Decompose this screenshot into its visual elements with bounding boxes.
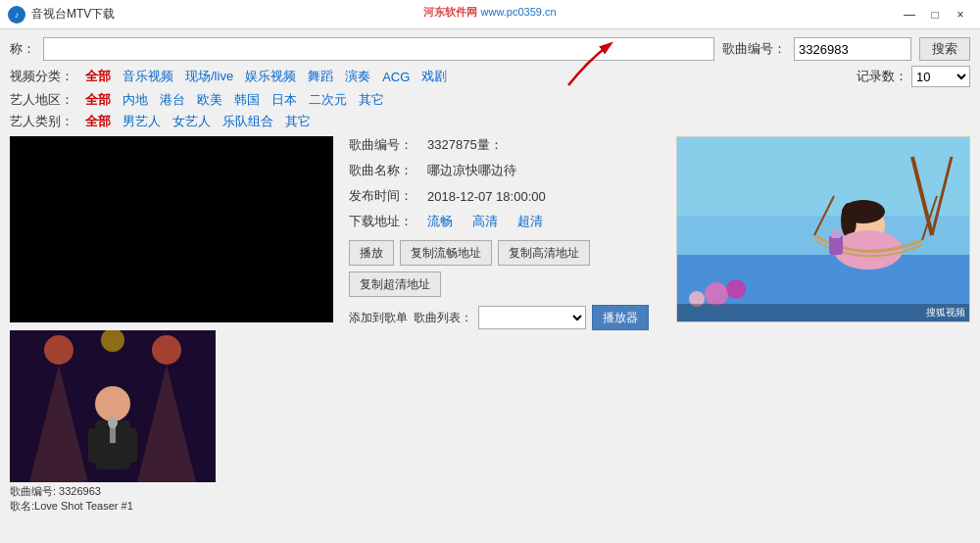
filter-dance[interactable]: 舞蹈 bbox=[304, 68, 337, 85]
filter-korean[interactable]: 韩国 bbox=[230, 91, 264, 109]
publish-value: 2018-12-07 18:00:00 bbox=[427, 189, 546, 204]
search-button[interactable]: 搜索 bbox=[919, 37, 970, 61]
filter-artist-all[interactable]: 全部 bbox=[81, 113, 115, 130]
svg-point-2 bbox=[152, 335, 181, 365]
thumbnail-song-id: 歌曲编号: 3326963 bbox=[10, 484, 216, 499]
search-row: 称： 歌曲编号： 搜索 bbox=[10, 37, 970, 61]
song-name-row: 歌曲名称： 哪边凉快哪边待 bbox=[349, 162, 661, 179]
song-name-value: 哪边凉快哪边待 bbox=[427, 162, 516, 179]
info-panel: 歌曲编号： 3327875量： 歌曲名称： 哪边凉快哪边待 发布时间： 2018… bbox=[341, 136, 668, 515]
thumbnail-song-name: 歌名:Love Shot Teaser #1 bbox=[10, 499, 216, 514]
records-count-area: 记录数： 10 20 50 bbox=[857, 66, 970, 87]
song-id-input[interactable] bbox=[794, 37, 911, 61]
left-panel: 歌曲编号: 3326963 歌名:Love Shot Teaser #1 bbox=[10, 136, 333, 515]
filter-male[interactable]: 男艺人 bbox=[119, 113, 165, 130]
filter-music-video[interactable]: 音乐视频 bbox=[119, 68, 177, 85]
svg-point-25 bbox=[705, 282, 728, 306]
copy-uhd-button[interactable]: 复制超清地址 bbox=[349, 272, 441, 297]
download-key: 下载地址： bbox=[349, 213, 427, 230]
download-uhd[interactable]: 超清 bbox=[517, 213, 543, 230]
app-icon: ♪ bbox=[8, 6, 25, 24]
filter-region-all[interactable]: 全部 bbox=[81, 91, 115, 109]
records-label: 记录数： bbox=[857, 68, 907, 85]
download-row: 下载地址： 流畅 高清 超清 bbox=[349, 213, 661, 230]
filter-acg[interactable]: ACG bbox=[378, 70, 414, 84]
action-buttons: 播放 复制流畅地址 复制高清地址 复制超清地址 bbox=[349, 240, 661, 297]
filter-other-region[interactable]: 其它 bbox=[355, 91, 388, 109]
thumbnail-item: 歌曲编号: 3326963 歌名:Love Shot Teaser #1 bbox=[10, 330, 216, 515]
play-button[interactable]: 播放 bbox=[349, 240, 394, 266]
svg-rect-14 bbox=[677, 216, 970, 255]
publish-key: 发布时间： bbox=[349, 187, 427, 205]
close-button[interactable]: × bbox=[949, 5, 972, 25]
video-type-label: 视频分类： bbox=[10, 68, 74, 85]
filter-mainland[interactable]: 内地 bbox=[119, 91, 152, 109]
playlist-row: 添加到歌单 歌曲列表： 播放器 bbox=[349, 305, 661, 330]
filter-live[interactable]: 现场/live bbox=[181, 68, 237, 85]
svg-point-1 bbox=[44, 335, 74, 365]
thumbnail-image[interactable] bbox=[10, 330, 216, 482]
filter-western[interactable]: 欧美 bbox=[193, 91, 226, 109]
song-id-value: 3327875量： bbox=[427, 136, 503, 154]
minimize-button[interactable]: — bbox=[898, 5, 921, 25]
filter-female[interactable]: 女艺人 bbox=[169, 113, 215, 130]
svg-rect-8 bbox=[88, 428, 100, 463]
song-id-key: 歌曲编号： bbox=[349, 136, 427, 154]
download-hd[interactable]: 高清 bbox=[472, 213, 498, 230]
right-preview-overlay: 搜狐视频 bbox=[677, 304, 969, 321]
right-preview: 搜狐视频 bbox=[676, 136, 970, 322]
name-label: 称： bbox=[10, 40, 35, 58]
region-filter-row: 艺人地区： 全部 内地 港台 欧美 韩国 日本 二次元 其它 bbox=[10, 91, 970, 109]
svg-point-6 bbox=[95, 386, 130, 421]
download-links: 流畅 高清 超清 bbox=[427, 213, 543, 230]
song-id-label: 歌曲编号： bbox=[722, 40, 786, 58]
song-id-row: 歌曲编号： 3327875量： bbox=[349, 136, 661, 154]
svg-point-11 bbox=[108, 417, 118, 428]
video-preview[interactable] bbox=[10, 136, 333, 322]
download-smooth[interactable]: 流畅 bbox=[427, 213, 453, 230]
video-type-filter-row: 视频分类： 全部 音乐视频 现场/live 娱乐视频 舞蹈 演奏 ACG 戏剧 … bbox=[10, 66, 970, 87]
artist-type-filter-row: 艺人类别： 全部 男艺人 女艺人 乐队组合 其它 bbox=[10, 113, 970, 130]
filter-anime[interactable]: 二次元 bbox=[305, 91, 351, 109]
copy-hd-button[interactable]: 复制高清地址 bbox=[498, 240, 590, 266]
maximize-button[interactable]: □ bbox=[923, 5, 947, 25]
arrow-indicator bbox=[559, 41, 617, 93]
artist-type-label: 艺人类别： bbox=[10, 113, 74, 130]
filter-drama[interactable]: 戏剧 bbox=[417, 68, 451, 85]
window-controls: — □ × bbox=[898, 5, 972, 25]
filter-gangtai[interactable]: 港台 bbox=[156, 91, 189, 109]
svg-rect-9 bbox=[125, 428, 137, 463]
filter-japanese[interactable]: 日本 bbox=[268, 91, 301, 109]
svg-point-26 bbox=[726, 279, 746, 299]
filter-other-artist[interactable]: 其它 bbox=[281, 113, 315, 130]
svg-rect-22 bbox=[831, 230, 841, 238]
player-button[interactable]: 播放器 bbox=[592, 305, 649, 330]
thumbnail-row: 歌曲编号: 3326963 歌名:Love Shot Teaser #1 bbox=[10, 330, 333, 515]
records-select[interactable]: 10 20 50 bbox=[911, 66, 970, 87]
watermark: 河东软件网 www.pc0359.cn bbox=[423, 5, 556, 20]
filter-performance[interactable]: 演奏 bbox=[341, 68, 374, 85]
song-name-key: 歌曲名称： bbox=[349, 162, 427, 179]
song-list-label: 歌曲列表： bbox=[414, 310, 472, 326]
playlist-select[interactable] bbox=[478, 306, 586, 329]
filter-entertainment[interactable]: 娱乐视频 bbox=[241, 68, 300, 85]
add-to-playlist-label: 添加到歌单 bbox=[349, 310, 408, 326]
copy-smooth-button[interactable]: 复制流畅地址 bbox=[400, 240, 492, 266]
region-label: 艺人地区： bbox=[10, 91, 74, 109]
filter-band[interactable]: 乐队组合 bbox=[219, 113, 277, 130]
thumbnail-caption: 歌曲编号: 3326963 歌名:Love Shot Teaser #1 bbox=[10, 484, 216, 515]
main-content: 称： 歌曲编号： 搜索 视频分类： 全部 音乐视频 现场/live 娱乐视频 舞… bbox=[0, 29, 980, 522]
publish-row: 发布时间： 2018-12-07 18:00:00 bbox=[349, 187, 661, 205]
content-area: 歌曲编号: 3326963 歌名:Love Shot Teaser #1 歌曲编… bbox=[10, 136, 970, 515]
filter-video-all[interactable]: 全部 bbox=[81, 68, 115, 85]
